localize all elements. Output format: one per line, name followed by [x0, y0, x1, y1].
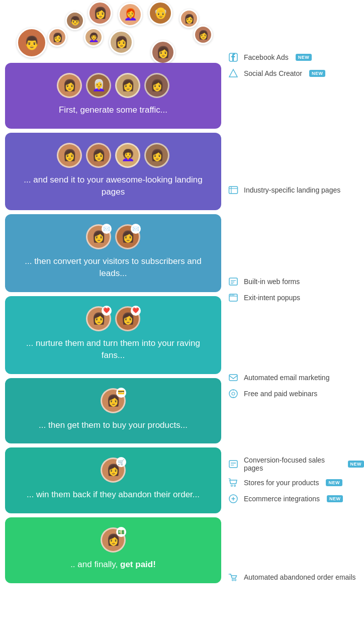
avatar: 👩 — [57, 143, 82, 168]
avatar: 👩 — [151, 40, 175, 64]
heart-badge: ❤️ — [102, 306, 112, 316]
webinars-item: Free and paid webinars — [228, 388, 364, 399]
new-badge: NEW — [309, 70, 326, 77]
abandoned-order-item: Automated abandoned order emails — [228, 572, 364, 583]
landing-pages-label: Industry-specific landing pages — [244, 186, 340, 194]
webforms-item: Built-in web forms — [228, 276, 364, 287]
avatar: 👴 — [148, 1, 172, 25]
buy-block: 👩 💳 ... then get them to buy your produc… — [5, 378, 221, 444]
left-column: 👨 👩 👦 👩 👩‍🦰 👴 👩 👩‍🦱 👩 👩 👩 👩 👩‍🦳 👩 👩 Firs… — [0, 0, 224, 635]
exit-popups-icon — [228, 292, 239, 303]
avatar: 👩 💵 — [101, 527, 126, 553]
facebook-ads-label: Facebook Ads — [244, 53, 289, 61]
winback-avatars: 👩 🛒 — [101, 458, 126, 483]
ecommerce-label: Ecommerce integrations — [244, 495, 320, 503]
nurture-avatars: 👩 ❤️ 👩 ❤️ — [86, 306, 140, 331]
social-ads-icon — [228, 68, 239, 79]
avatar: 👩‍🦳 — [86, 73, 111, 98]
avatar: 👩 — [144, 143, 169, 168]
money-badge: 💵 — [116, 527, 126, 537]
avatar: 👩‍🦱 — [115, 143, 140, 168]
getpaid-label: .. and finally, get paid! — [70, 559, 156, 571]
webinars-label: Free and paid webinars — [244, 390, 317, 398]
traffic-label: First, generate some traffic... — [59, 104, 167, 116]
avatar: 👩 ✉️ — [115, 224, 140, 249]
avatar: 👩 — [88, 1, 112, 25]
svg-rect-18 — [229, 461, 237, 468]
winback-label: ... win them back if they abandon their … — [27, 489, 200, 501]
new-badge: NEW — [326, 479, 342, 486]
svg-point-21 — [231, 485, 233, 486]
getpaid-text-prefix: .. and finally, — [70, 560, 120, 569]
subscribers-label: ... then convert your visitors to subscr… — [15, 255, 211, 280]
buy-label: ... then get them to buy your products..… — [39, 419, 188, 431]
sales-pages-label: Conversion-focused sales pages — [244, 456, 341, 472]
svg-point-14 — [229, 390, 237, 398]
buy-features-section: Conversion-focused sales pages NEW Store… — [228, 441, 364, 524]
winback-features-section: Automated abandoned order emails — [228, 538, 364, 621]
stores-item: Stores for your products NEW — [228, 477, 364, 488]
avatar: 👩 — [57, 73, 82, 98]
exit-popups-label: Exit-intent popups — [244, 294, 300, 302]
subscribers-features-section: Built-in web forms Exit-intent popups — [228, 249, 364, 335]
landing-avatars: 👩 👩 👩‍🦱 👩 — [57, 143, 169, 168]
traffic-avatars: 👩 👩‍🦳 👩 👩 — [57, 73, 169, 98]
landing-label: ... and send it to your awesome-looking … — [15, 174, 211, 198]
avatar: 👨 — [17, 28, 47, 58]
avatar: 👩‍🦰 — [118, 3, 142, 27]
cart-badge: 🛒 — [116, 457, 126, 467]
stores-label: Stores for your products — [244, 479, 319, 487]
avatar: 👩 🛒 — [101, 458, 126, 483]
social-ads-label: Social Ads Creator — [244, 69, 302, 77]
exit-popups-item: Exit-intent popups — [228, 292, 364, 303]
webinars-icon — [228, 388, 239, 399]
abandoned-order-label: Automated abandoned order emails — [244, 573, 356, 581]
page-wrapper: 👨 👩 👦 👩 👩‍🦰 👴 👩 👩‍🦱 👩 👩 👩 👩 👩‍🦳 👩 👩 Firs… — [0, 0, 364, 635]
right-column: Facebook Ads NEW Social Ads Creator NEW — [224, 0, 364, 635]
winback-block: 👩 🛒 ... win them back if they abandon th… — [5, 447, 221, 513]
avatar: 👩 ❤️ — [115, 306, 140, 331]
facebook-icon — [228, 52, 239, 63]
avatar: 👩 — [115, 73, 140, 98]
avatar: 👩 — [109, 30, 133, 54]
svg-rect-1 — [229, 187, 238, 194]
traffic-block: 👩 👩‍🦳 👩 👩 First, generate some traffic..… — [5, 63, 221, 129]
facebook-ads-item: Facebook Ads NEW — [228, 52, 364, 63]
avatar: 👩 — [194, 25, 213, 44]
svg-point-25 — [235, 579, 236, 581]
landing-block: 👩 👩 👩‍🦱 👩 ... and send it to your awesom… — [5, 133, 221, 211]
getpaid-block: 👩 💵 .. and finally, get paid! — [5, 517, 221, 583]
avatar: 👩 — [86, 143, 111, 168]
webforms-icon — [228, 276, 239, 287]
new-badge: NEW — [348, 461, 365, 468]
nurture-block: 👩 ❤️ 👩 ❤️ ... nurture them and turn them… — [5, 296, 221, 374]
getpaid-text-bold: get paid! — [120, 560, 156, 569]
avatar: 👩 — [144, 73, 169, 98]
traffic-features-section: Facebook Ads NEW Social Ads Creator NEW — [228, 0, 364, 136]
top-avatar-cluster: 👨 👩 👦 👩 👩‍🦰 👴 👩 👩‍🦱 👩 👩 👩 — [8, 0, 224, 65]
email-marketing-item: Automated email marketing — [228, 372, 364, 383]
sales-pages-item: Conversion-focused sales pages NEW — [228, 456, 364, 472]
new-badge: NEW — [296, 54, 312, 61]
ecommerce-item: Ecommerce integrations NEW — [228, 493, 364, 504]
email-marketing-label: Automated email marketing — [244, 374, 329, 382]
svg-point-22 — [234, 485, 236, 486]
svg-point-24 — [232, 579, 234, 581]
heart-badge: ❤️ — [131, 306, 141, 316]
svg-rect-13 — [229, 375, 237, 381]
new-badge: NEW — [327, 495, 343, 502]
avatar: 👩 — [179, 9, 199, 28]
webforms-label: Built-in web forms — [244, 278, 300, 286]
stores-icon — [228, 477, 239, 488]
svg-point-15 — [232, 392, 235, 395]
buy-avatars: 👩 💳 — [101, 388, 126, 413]
ecommerce-icon — [228, 493, 239, 504]
landing-pages-item: Industry-specific landing pages — [228, 185, 364, 196]
email-badge: ✉️ — [102, 224, 112, 234]
nurture-features-section: Automated email marketing Free and paid … — [228, 349, 364, 427]
landing-features-section: Industry-specific landing pages — [228, 150, 364, 235]
subscribers-avatars: 👩 ✉️ 👩 ✉️ — [86, 224, 140, 249]
landing-pages-icon — [228, 185, 239, 196]
subscribers-block: 👩 ✉️ 👩 ✉️ ... then convert your visitors… — [5, 214, 221, 292]
social-ads-item: Social Ads Creator NEW — [228, 68, 364, 79]
